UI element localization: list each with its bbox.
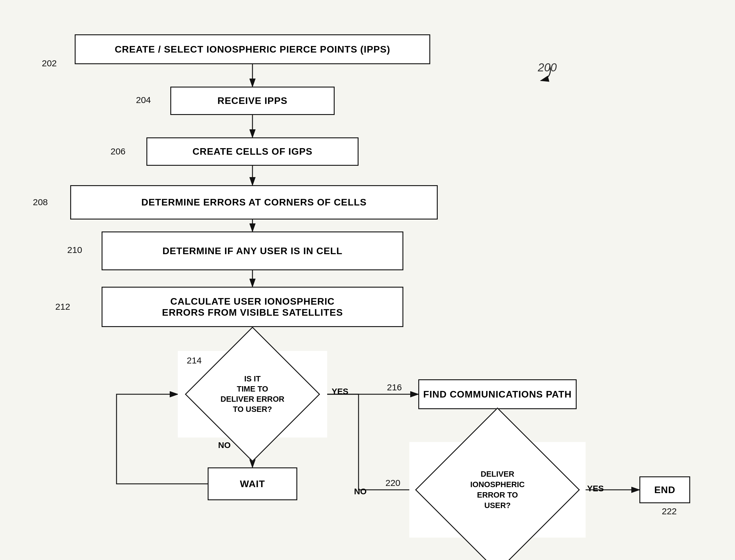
create-ipps-label: CREATE / SELECT IONOSPHERIC PIERCE POINT… bbox=[115, 44, 390, 55]
find-comm-box: FIND COMMUNICATIONS PATH bbox=[418, 379, 577, 409]
calculate-user-box: CALCULATE USER IONOSPHERIC ERRORS FROM V… bbox=[102, 287, 404, 327]
arrows-svg bbox=[0, 0, 735, 560]
receive-ipps-label: RECEIVE IPPS bbox=[217, 95, 287, 106]
deliver-iono-label: DELIVERIONOSPHERICERROR TOUSER? bbox=[470, 469, 525, 511]
label-216: 216 bbox=[387, 382, 402, 392]
no-label-1: NO bbox=[218, 441, 231, 450]
yes-label-1: YES bbox=[331, 387, 348, 396]
create-cells-label: CREATE CELLS OF IGPS bbox=[192, 146, 312, 157]
wait-box: WAIT bbox=[208, 467, 297, 500]
label-210: 210 bbox=[67, 245, 82, 255]
find-comm-label: FIND COMMUNICATIONS PATH bbox=[424, 389, 572, 400]
label-208: 208 bbox=[33, 197, 48, 207]
create-ipps-box: CREATE / SELECT IONOSPHERIC PIERCE POINT… bbox=[75, 34, 430, 64]
label-202: 202 bbox=[42, 58, 57, 68]
diagram-arrow-svg bbox=[532, 60, 556, 84]
yes-label-2: YES bbox=[587, 484, 604, 493]
label-212: 212 bbox=[55, 302, 70, 312]
receive-ipps-box: RECEIVE IPPS bbox=[170, 87, 334, 115]
determine-user-label: DETERMINE IF ANY USER IS IN CELL bbox=[162, 246, 343, 257]
determine-errors-label: DETERMINE ERRORS AT CORNERS OF CELLS bbox=[141, 197, 366, 208]
label-220: 220 bbox=[386, 478, 401, 488]
is-time-label: IS ITTIME TODELIVER ERRORTO USER? bbox=[220, 374, 284, 414]
create-cells-box: CREATE CELLS OF IGPS bbox=[146, 137, 358, 166]
label-206: 206 bbox=[110, 146, 125, 157]
calculate-user-label: CALCULATE USER IONOSPHERIC ERRORS FROM V… bbox=[162, 296, 343, 318]
label-214: 214 bbox=[187, 355, 202, 366]
end-label: END bbox=[654, 484, 676, 495]
label-222: 222 bbox=[662, 506, 677, 516]
deliver-iono-diamond: DELIVERIONOSPHERICERROR TOUSER? bbox=[409, 442, 586, 538]
no-label-2: NO bbox=[354, 487, 366, 496]
label-204: 204 bbox=[136, 95, 151, 105]
determine-user-box: DETERMINE IF ANY USER IS IN CELL bbox=[102, 231, 404, 270]
wait-label: WAIT bbox=[240, 478, 265, 490]
flowchart-diagram: CREATE / SELECT IONOSPHERIC PIERCE POINT… bbox=[0, 0, 735, 560]
end-box: END bbox=[639, 476, 690, 503]
determine-errors-box: DETERMINE ERRORS AT CORNERS OF CELLS bbox=[70, 185, 438, 220]
